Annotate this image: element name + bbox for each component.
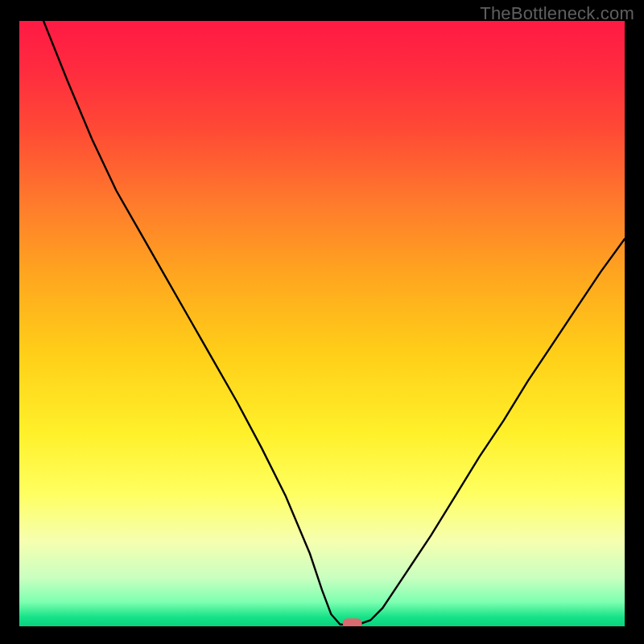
chart-frame: TheBottleneck.com	[0, 0, 644, 644]
watermark-text: TheBottleneck.com	[480, 3, 634, 24]
plot-background-gradient	[19, 21, 625, 626]
bottleneck-chart	[0, 0, 644, 644]
